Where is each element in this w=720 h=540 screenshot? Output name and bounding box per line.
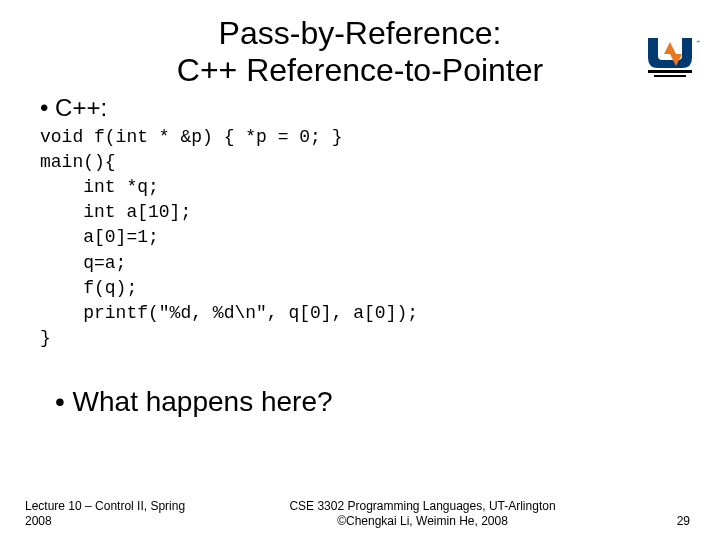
footer-course-line2: ©Chengkai Li, Weimin He, 2008 [195,514,650,528]
title-line-1: Pass-by-Reference: [30,15,690,52]
code-snippet: void f(int * &p) { *p = 0; } main(){ int… [40,125,690,352]
content-section: C++: void f(int * &p) { *p = 0; } main()… [40,94,690,352]
svg-text:℠: ℠ [696,40,700,46]
footer-course-line1: CSE 3302 Programming Languages, UT-Arlin… [195,499,650,513]
slide-title: Pass-by-Reference: C++ Reference-to-Poin… [30,15,690,89]
slide-container: ℠ Pass-by-Reference: C++ Reference-to-Po… [0,0,720,540]
footer-lecture-info: Lecture 10 – Control II, Spring 2008 [25,499,195,528]
page-number: 29 [650,514,690,528]
what-happens-bullet: What happens here? [55,386,690,418]
uta-logo: ℠ [640,30,700,85]
title-line-2: C++ Reference-to-Pointer [30,52,690,89]
bullet-cpp: C++: [40,94,690,122]
footer-course-info: CSE 3302 Programming Languages, UT-Arlin… [195,499,650,528]
svg-rect-0 [648,70,692,73]
question-section: What happens here? [55,386,690,418]
slide-footer: Lecture 10 – Control II, Spring 2008 CSE… [0,499,720,528]
svg-rect-1 [654,75,686,77]
